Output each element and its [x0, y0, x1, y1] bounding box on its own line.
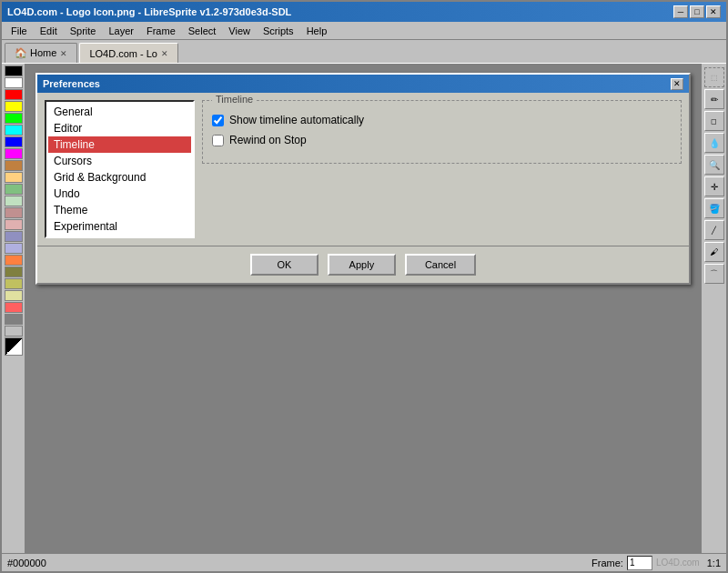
tool-zoom[interactable]: 🔍 — [704, 155, 724, 175]
tool-line[interactable]: ╱ — [704, 220, 724, 240]
pref-item-undo[interactable]: Undo — [48, 186, 191, 202]
tool-dotted-rect[interactable]: ⬚ — [704, 67, 724, 87]
tab-document-close[interactable]: ✕ — [161, 49, 168, 58]
frame-input[interactable] — [627, 556, 652, 570]
dialog-close-button[interactable]: ✕ — [671, 78, 683, 90]
timeline-group-label: Timeline — [212, 94, 257, 105]
pref-item-grid-bg[interactable]: Grid & Background — [48, 169, 191, 186]
show-timeline-checkbox[interactable] — [212, 115, 224, 126]
menu-frame[interactable]: Frame — [141, 25, 181, 37]
menu-layer[interactable]: Layer — [103, 25, 139, 37]
color-swatch-8[interactable] — [5, 160, 23, 171]
menu-edit[interactable]: Edit — [35, 25, 63, 37]
tool-sidebar-right: ⬚ ✏ ◻ 💧 🔍 ✛ 🪣 ╱ 🖌 ⌒ — [701, 64, 726, 553]
color-swatch-19[interactable] — [5, 290, 23, 301]
tab-home-label: 🏠 Home — [15, 47, 56, 59]
color-swatch-21[interactable] — [5, 314, 23, 325]
dialog-title-bar: Preferences ✕ — [37, 75, 689, 93]
tab-home-close[interactable]: ✕ — [60, 49, 67, 58]
tool-paint[interactable]: 🖌 — [704, 242, 724, 262]
color-swatch-17[interactable] — [5, 266, 23, 277]
tool-fill[interactable]: 🪣 — [704, 198, 724, 218]
tab-document[interactable]: LO4D.com - Lo ✕ — [79, 43, 178, 63]
ok-button[interactable]: OK — [250, 254, 318, 276]
tool-move[interactable]: ✛ — [704, 176, 724, 196]
rewind-on-stop-checkbox[interactable] — [212, 135, 224, 146]
color-code: #000000 — [7, 558, 46, 568]
color-fg-bg[interactable] — [5, 337, 23, 356]
content-area: Preferences ✕ General Editor Timeline Cu… — [25, 64, 701, 553]
cancel-button[interactable]: Cancel — [405, 254, 476, 276]
tool-pencil[interactable]: ✏ — [704, 89, 724, 109]
dialog-overlay: Preferences ✕ General Editor Timeline Cu… — [25, 64, 701, 553]
minimize-button[interactable]: ─ — [673, 5, 688, 18]
preferences-list: General Editor Timeline Cursors Grid & B… — [45, 100, 195, 238]
window-close-button[interactable]: ✕ — [706, 5, 721, 18]
color-swatch-18[interactable] — [5, 278, 23, 289]
pref-item-general[interactable]: General — [48, 104, 191, 120]
pref-item-timeline[interactable]: Timeline — [48, 136, 191, 153]
color-swatch-6[interactable] — [5, 136, 23, 147]
preferences-dialog: Preferences ✕ General Editor Timeline Cu… — [35, 73, 691, 285]
color-palette — [2, 64, 25, 553]
color-swatch-14[interactable] — [5, 231, 23, 242]
title-bar: LO4D.com - Logo Icon.png - LibreSprite v… — [2, 2, 726, 22]
menu-scripts[interactable]: Scripts — [258, 25, 299, 37]
tab-home[interactable]: 🏠 Home ✕ — [5, 43, 77, 63]
color-swatch-3[interactable] — [5, 101, 23, 112]
color-swatch-9[interactable] — [5, 172, 23, 183]
window-title: LO4D.com - Logo Icon.png - LibreSprite v… — [7, 6, 291, 17]
show-timeline-row: Show timeline automatically — [212, 114, 672, 126]
show-timeline-label: Show timeline automatically — [229, 114, 364, 126]
status-bar: #000000 Frame: LO4D.com 1:1 — [2, 553, 726, 571]
tool-eyedropper[interactable]: 💧 — [704, 133, 724, 153]
color-swatch-10[interactable] — [5, 184, 23, 195]
menu-bar: File Edit Sprite Layer Frame Select View… — [2, 22, 726, 40]
main-area: Preferences ✕ General Editor Timeline Cu… — [2, 63, 726, 553]
color-black[interactable] — [5, 65, 23, 76]
frame-label: Frame: — [592, 558, 623, 568]
dialog-body: General Editor Timeline Cursors Grid & B… — [37, 93, 689, 246]
dialog-title: Preferences — [43, 78, 100, 89]
menu-file[interactable]: File — [5, 25, 33, 37]
pref-item-experimental[interactable]: Experimental — [48, 218, 191, 235]
dialog-footer: OK Apply Cancel — [37, 246, 689, 283]
apply-button[interactable]: Apply — [328, 254, 396, 276]
main-window: LO4D.com - Logo Icon.png - LibreSprite v… — [0, 0, 728, 573]
color-swatch-5[interactable] — [5, 125, 23, 136]
color-swatch-7[interactable] — [5, 148, 23, 159]
window-controls: ─ □ ✕ — [673, 5, 721, 18]
menu-sprite[interactable]: Sprite — [65, 25, 102, 37]
color-swatch-12[interactable] — [5, 207, 23, 218]
color-swatch-22[interactable] — [5, 326, 23, 337]
tab-document-label: LO4D.com - Lo — [89, 48, 157, 59]
rewind-on-stop-label: Rewind on Stop — [229, 134, 307, 146]
color-swatch-2[interactable] — [5, 89, 23, 100]
tab-bar: 🏠 Home ✕ LO4D.com - Lo ✕ — [2, 40, 726, 63]
tool-select-lasso[interactable]: ⌒ — [704, 264, 724, 284]
lo4d-watermark: LO4D.com — [656, 558, 700, 568]
timeline-group: Timeline Show timeline automatically Rew… — [202, 100, 682, 164]
pref-item-cursors[interactable]: Cursors — [48, 153, 191, 169]
color-swatch-15[interactable] — [5, 243, 23, 254]
maximize-button[interactable]: □ — [690, 5, 704, 18]
pref-item-editor[interactable]: Editor — [48, 120, 191, 136]
rewind-on-stop-row: Rewind on Stop — [212, 134, 672, 146]
menu-select[interactable]: Select — [183, 25, 222, 37]
preferences-panel: Timeline Show timeline automatically Rew… — [202, 100, 682, 238]
tool-eraser[interactable]: ◻ — [704, 111, 724, 131]
canvas-area[interactable]: Preferences ✕ General Editor Timeline Cu… — [25, 64, 701, 553]
menu-view[interactable]: View — [223, 25, 256, 37]
color-swatch-4[interactable] — [5, 113, 23, 124]
color-swatch-1[interactable] — [5, 77, 23, 88]
color-swatch-13[interactable] — [5, 219, 23, 230]
menu-help[interactable]: Help — [301, 25, 333, 37]
color-swatch-11[interactable] — [5, 196, 23, 206]
color-swatch-20[interactable] — [5, 302, 23, 313]
zoom-level: 1:1 — [707, 558, 721, 568]
pref-item-theme[interactable]: Theme — [48, 202, 191, 218]
color-swatch-16[interactable] — [5, 255, 23, 266]
